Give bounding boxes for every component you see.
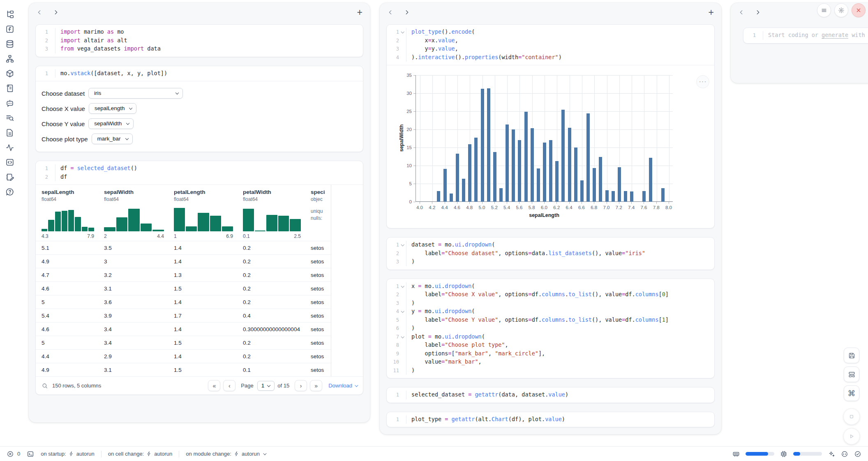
code-editor[interactable]: 1mo.vstack([dataset, x, y, plot]) <box>36 66 363 81</box>
notebook-edit-icon[interactable] <box>5 173 14 182</box>
add-cell-button[interactable]: + <box>357 8 362 16</box>
code-line[interactable]: 8 label="Choose plot type", <box>387 341 714 350</box>
table-row[interactable]: 5.43.91.70.4setos <box>36 309 331 322</box>
run-button[interactable] <box>843 428 860 445</box>
code-line[interactable]: 9 options=["mark_bar", "mark_circle"], <box>387 350 714 358</box>
settings-button[interactable] <box>834 3 848 17</box>
log-search-icon[interactable] <box>5 113 14 122</box>
code-line[interactable]: 1import marimo as mo <box>36 28 363 37</box>
chart-plot-area[interactable] <box>416 75 673 202</box>
table-row[interactable]: 53.41.50.2setos <box>36 336 331 349</box>
chat-bot-icon[interactable] <box>5 99 14 108</box>
column-header[interactable]: speciobjecuniqunulls: <box>305 189 331 241</box>
document-icon[interactable] <box>5 128 14 137</box>
dropdown-select[interactable]: mark_bar <box>92 134 133 144</box>
code-editor[interactable]: 1df = selected_dataset()2df <box>36 161 363 184</box>
terminal-icon[interactable] <box>27 450 34 458</box>
code-line[interactable]: 11) <box>387 366 714 375</box>
layout-button[interactable] <box>844 366 859 382</box>
column-move-right-icon[interactable] <box>755 9 761 16</box>
first-page-button[interactable]: « <box>208 380 220 391</box>
column-histogram[interactable] <box>104 206 164 231</box>
code-line[interactable]: 1dataset = mo.ui.dropdown( <box>387 241 714 249</box>
column-move-left-icon[interactable] <box>387 9 394 16</box>
ai-sparkles-icon[interactable] <box>828 450 835 458</box>
cell-plot[interactable]: 1plot_type().encode(2 x=x.value,3 y=y.va… <box>386 24 715 228</box>
database-icon[interactable] <box>5 39 14 48</box>
code-line[interactable]: 1mo.vstack([dataset, x, y, plot]) <box>36 69 363 78</box>
dependency-graph-icon[interactable] <box>5 54 14 63</box>
code-line[interactable]: 5 label="Choose Y value", options=df.col… <box>387 316 714 325</box>
code-editor[interactable]: 1dataset = mo.ui.dropdown(2 label="Choos… <box>387 237 714 270</box>
code-line[interactable]: 2 label="Choose dataset", options=data.l… <box>387 249 714 258</box>
column-move-right-icon[interactable] <box>53 9 59 16</box>
cell-xy-plot-dropdowns[interactable]: 1x = mo.ui.dropdown(2 label="Choose X va… <box>386 279 715 379</box>
column-histogram[interactable] <box>243 206 301 231</box>
cell-dataframe[interactable]: 1df = selected_dataset()2df sepalLengthf… <box>35 161 363 395</box>
code-box-icon[interactable] <box>5 158 14 167</box>
code-line[interactable]: 3 y=y.value, <box>387 45 714 53</box>
code-line[interactable]: 6) <box>387 324 714 333</box>
code-line[interactable]: 2import altair as alt <box>36 37 363 45</box>
add-cell-button[interactable]: + <box>709 8 714 16</box>
fold-chevron-icon[interactable] <box>399 307 406 316</box>
table-row[interactable]: 4.63.41.40.30000000000000004setos <box>36 322 331 336</box>
file-tree-icon[interactable] <box>5 10 14 19</box>
connection-status-icon[interactable] <box>854 450 861 458</box>
column-header[interactable]: petalWidthfloat640.12.5 <box>237 189 305 241</box>
editor-placeholder[interactable]: Start coding or generate with <box>763 31 865 40</box>
save-button[interactable] <box>844 348 859 363</box>
table-row[interactable]: 5.13.51.40.2setos <box>36 241 331 254</box>
search-icon[interactable] <box>42 383 48 389</box>
code-line[interactable]: 2df <box>36 173 363 182</box>
code-editor[interactable]: 1selected_dataset = getattr(data, datase… <box>387 387 714 403</box>
table-row[interactable]: 53.61.40.2setos <box>36 295 331 309</box>
code-line[interactable]: 1x = mo.ui.dropdown( <box>387 282 714 291</box>
code-line[interactable]: 1df = selected_dataset() <box>36 164 363 173</box>
activity-icon[interactable] <box>5 143 14 152</box>
code-line[interactable]: 2 x=x.value, <box>387 37 714 45</box>
command-palette-button[interactable]: ⌘ <box>844 385 859 401</box>
cell-selected-dataset[interactable]: 1selected_dataset = getattr(data, datase… <box>386 387 715 403</box>
column-header[interactable]: sepalLengthfloat644.37.9 <box>36 189 98 241</box>
dropdown-select[interactable]: sepalLength <box>89 103 137 114</box>
code-line[interactable]: 2 label="Choose X value", options=df.col… <box>387 290 714 299</box>
chart-menu-button[interactable]: ··· <box>696 75 709 88</box>
cell-plot-type[interactable]: 1plot_type = getattr(alt.Chart(df), plot… <box>386 412 715 428</box>
fold-chevron-icon[interactable] <box>399 282 406 291</box>
code-line[interactable]: 3) <box>387 299 714 308</box>
next-page-button[interactable]: › <box>295 380 307 391</box>
code-line[interactable]: 7plot = mo.ui.dropdown( <box>387 333 714 341</box>
code-line[interactable]: 3) <box>387 258 714 266</box>
column-histogram[interactable] <box>174 206 233 231</box>
cell-vstack[interactable]: 1mo.vstack([dataset, x, y, plot]) Choose… <box>35 66 363 152</box>
last-page-button[interactable]: » <box>310 380 322 391</box>
generate-link[interactable]: generate <box>822 32 848 38</box>
autorun-setting[interactable]: on startup:autorun <box>41 451 95 457</box>
stop-button[interactable] <box>843 408 860 425</box>
column-move-left-icon[interactable] <box>36 9 43 16</box>
autorun-setting[interactable]: on cell change:autorun <box>108 451 173 457</box>
code-editor[interactable]: 1plot_type().encode(2 x=x.value,3 y=y.va… <box>387 25 714 65</box>
close-button[interactable] <box>852 3 866 17</box>
column-header[interactable]: sepalWidthfloat6424.4 <box>98 189 168 241</box>
error-count-icon[interactable] <box>7 450 14 458</box>
code-line[interactable]: 1selected_dataset = getattr(data, datase… <box>387 391 714 399</box>
table-row[interactable]: 4.93.11.50.1setos <box>36 363 331 376</box>
menu-button[interactable] <box>817 3 831 17</box>
fold-chevron-icon[interactable] <box>399 333 406 341</box>
code-line[interactable]: 4).interactive().properties(width="conta… <box>387 53 714 62</box>
copilot-icon[interactable] <box>841 450 848 458</box>
code-editor[interactable]: 1plot_type = getattr(alt.Chart(df), plot… <box>387 412 714 427</box>
fold-chevron-icon[interactable] <box>399 241 406 249</box>
column-histogram[interactable] <box>42 206 94 231</box>
prev-page-button[interactable]: ‹ <box>223 380 235 391</box>
function-icon[interactable] <box>5 25 14 34</box>
column-header[interactable]: petalLengthfloat6416.9 <box>168 189 237 241</box>
page-select[interactable]: 1 <box>257 381 275 391</box>
table-row[interactable]: 4.42.91.40.2setos <box>36 349 331 363</box>
code-editor[interactable]: 1import marimo as mo2import altair as al… <box>36 25 363 57</box>
code-line[interactable]: 1plot_type().encode( <box>387 28 714 37</box>
table-row[interactable]: 4.73.21.30.2setos <box>36 268 331 281</box>
fold-chevron-icon[interactable] <box>399 28 406 37</box>
